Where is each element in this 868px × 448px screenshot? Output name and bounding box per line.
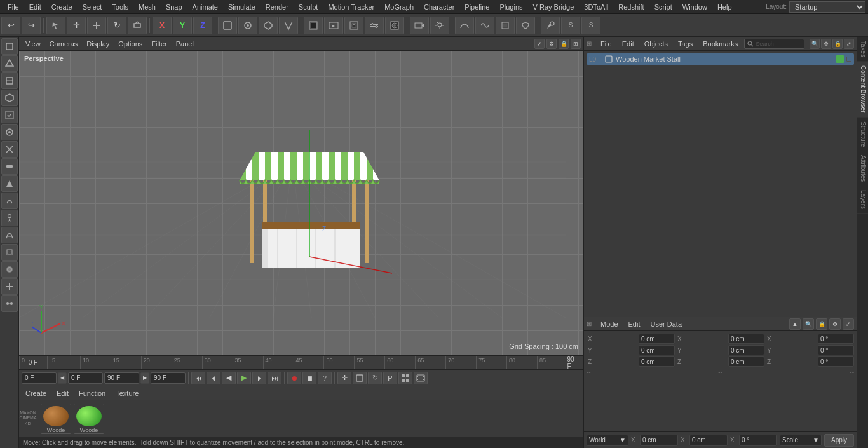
obj-search-bar[interactable]: Search	[744, 39, 804, 49]
attr-input-z1[interactable]: 0 cm	[639, 356, 675, 367]
camera-button[interactable]	[410, 17, 429, 34]
material-2[interactable]: Woode	[74, 404, 104, 434]
current-frame-input[interactable]: 0 F	[22, 372, 57, 384]
vtab-takes[interactable]: Takes	[857, 37, 868, 62]
play-reverse-button[interactable]: ◀	[222, 372, 236, 384]
vp-menu-options[interactable]: Options	[114, 39, 146, 49]
menu-mesh[interactable]: Mesh	[133, 2, 161, 12]
generator-button[interactable]	[496, 17, 515, 34]
menu-snap[interactable]: Snap	[161, 2, 187, 12]
left-icon-16[interactable]	[1, 295, 18, 312]
left-icon-1[interactable]	[1, 38, 18, 55]
key-icon-btn[interactable]: P	[383, 372, 397, 384]
menu-select[interactable]: Select	[78, 2, 107, 12]
attr-input-y1[interactable]: 0 cm	[639, 345, 675, 355]
menu-render[interactable]: Render	[261, 2, 294, 12]
object-item-stall[interactable]: L0 Wooden Market Stall	[587, 53, 854, 65]
render-button[interactable]	[238, 17, 257, 34]
left-icon-13[interactable]	[1, 244, 18, 261]
menu-character[interactable]: Character	[419, 2, 459, 12]
coord-x2-value[interactable]: 0 cm	[689, 435, 728, 446]
obj-menu-edit[interactable]: Edit	[618, 39, 638, 49]
attr-lock-btn[interactable]: 🔒	[816, 318, 827, 330]
vp-menu-display[interactable]: Display	[83, 39, 113, 49]
menu-file[interactable]: File	[3, 2, 24, 12]
menu-help[interactable]: Help	[712, 2, 737, 12]
goto-start-button[interactable]: ⏮	[191, 372, 205, 384]
nurbs-button[interactable]	[475, 17, 494, 34]
obj-menu-file[interactable]: File	[597, 39, 616, 49]
menu-window[interactable]: Window	[677, 2, 712, 12]
help-button[interactable]: ?	[318, 372, 332, 384]
film-icon-btn[interactable]	[414, 372, 428, 384]
smart-btn[interactable]: S	[581, 17, 600, 34]
next-frame-button[interactable]: ⏵	[252, 372, 266, 384]
frame-next-arrow[interactable]: ▶	[140, 372, 149, 384]
left-icon-15[interactable]	[1, 278, 18, 295]
vp-options-btn[interactable]: ⚙	[546, 39, 557, 49]
menu-create[interactable]: Create	[46, 2, 78, 12]
apply-button[interactable]: Apply	[824, 434, 854, 447]
left-icon-4[interactable]	[1, 90, 18, 106]
attr-input-z3[interactable]: 0 °	[818, 356, 854, 367]
poly-mode-button[interactable]	[259, 17, 278, 34]
deformer-button[interactable]	[516, 17, 535, 34]
light-button[interactable]	[430, 17, 449, 34]
vp-menu-view[interactable]: View	[22, 39, 44, 49]
rotate-tool-button[interactable]: ↻	[107, 17, 126, 34]
menu-script[interactable]: Script	[649, 2, 677, 12]
attr-prev-btn[interactable]: ▲	[789, 318, 801, 330]
timeline-ruler[interactable]: 051015202530354045505560657075808590	[19, 356, 567, 369]
scale-tool-button[interactable]	[87, 17, 106, 34]
attr-input-x3[interactable]: 0 °	[818, 334, 854, 344]
left-icon-11[interactable]	[1, 210, 18, 226]
material-1[interactable]: Woode	[41, 404, 71, 434]
coord-x1-value[interactable]: 0 cm	[640, 435, 678, 446]
vtab-attributes[interactable]: Attributes	[857, 151, 868, 186]
menu-simulate[interactable]: Simulate	[223, 2, 261, 12]
coord-x3-value[interactable]: 0 °	[739, 435, 777, 446]
move-icon-btn[interactable]: ✛	[337, 372, 351, 384]
vtab-content-browser[interactable]: Content Browser	[857, 62, 868, 117]
left-icon-6[interactable]	[1, 124, 18, 140]
left-icon-12[interactable]	[1, 227, 18, 243]
rotate-icon-btn[interactable]: ↻	[368, 372, 382, 384]
selection-tool-button[interactable]	[46, 17, 65, 34]
frame-prev-arrow[interactable]: ◀	[58, 372, 67, 384]
grid-icon-btn[interactable]	[398, 372, 412, 384]
redo-button[interactable]: ↪	[22, 17, 41, 34]
render-settings-button[interactable]	[365, 17, 384, 34]
stop-button[interactable]: ⏹	[302, 372, 316, 384]
attr-menu-edit[interactable]: Edit	[625, 319, 644, 329]
obj-search-btn[interactable]: 🔍	[810, 39, 820, 49]
render-view-button[interactable]	[324, 17, 343, 34]
mat-menu-create[interactable]: Create	[22, 388, 50, 398]
left-icon-8[interactable]	[1, 158, 18, 175]
render-output-button[interactable]	[344, 17, 363, 34]
ipr-button[interactable]	[385, 17, 404, 34]
render-region-button[interactable]	[304, 17, 323, 34]
left-icon-9[interactable]	[1, 175, 18, 192]
viewport-canvas[interactable]: Perspective	[19, 51, 583, 355]
menu-sculpt[interactable]: Sculpt	[294, 2, 323, 12]
mat-menu-texture[interactable]: Texture	[112, 388, 142, 398]
obj-expand-btn[interactable]: ⤢	[844, 39, 854, 49]
left-icon-7[interactable]	[1, 141, 18, 158]
world-dropdown[interactable]: World ▼	[587, 435, 628, 446]
menu-pipeline[interactable]: Pipeline	[459, 2, 494, 12]
attr-menu-mode[interactable]: Mode	[597, 319, 622, 329]
layout-dropdown[interactable]: Startup	[789, 1, 865, 13]
mat-menu-edit[interactable]: Edit	[53, 388, 72, 398]
vp-menu-panel[interactable]: Panel	[172, 39, 198, 49]
vp-menu-filter[interactable]: Filter	[147, 39, 170, 49]
attr-expand-btn[interactable]: ⤢	[843, 318, 854, 330]
menu-plugins[interactable]: Plugins	[494, 2, 527, 12]
move-tool-button[interactable]: ✛	[67, 17, 86, 34]
mat-menu-function[interactable]: Function	[75, 388, 109, 398]
attr-input-z2[interactable]: 0 cm	[728, 356, 764, 367]
paint-button[interactable]	[541, 17, 560, 34]
play-forward-button[interactable]: ▶	[237, 372, 251, 384]
attr-menu-userdata[interactable]: User Data	[647, 319, 686, 329]
menu-animate[interactable]: Animate	[187, 2, 223, 12]
attr-input-x1[interactable]: 0 cm	[639, 334, 675, 344]
